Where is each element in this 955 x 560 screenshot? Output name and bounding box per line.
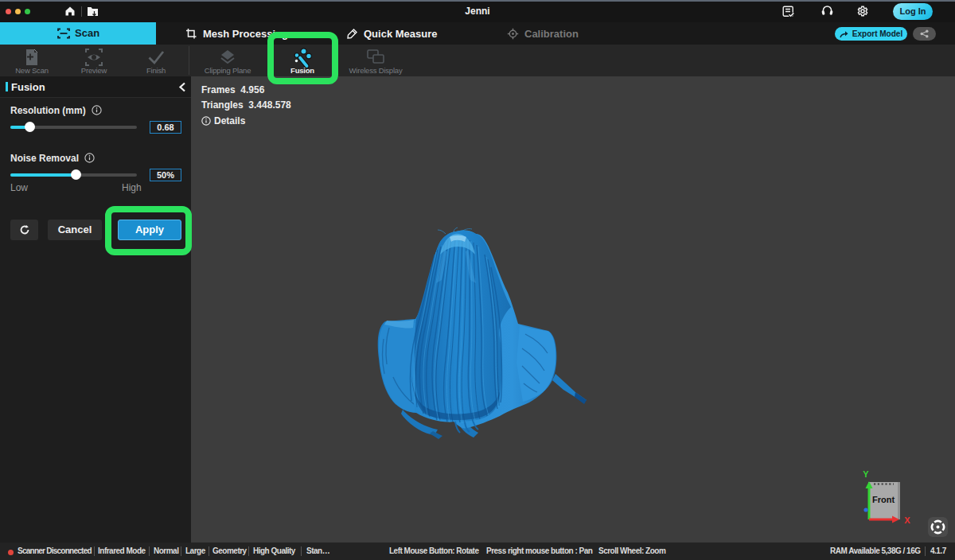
svg-text:X: X bbox=[904, 515, 910, 525]
svg-text:Front: Front bbox=[872, 495, 895, 504]
svg-text:Y: Y bbox=[863, 469, 869, 479]
